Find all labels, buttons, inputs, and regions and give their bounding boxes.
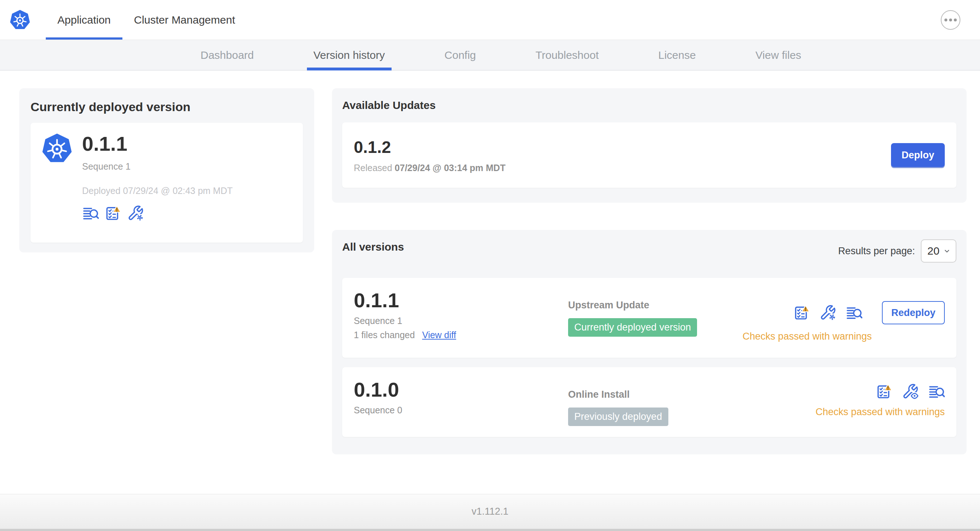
version-row-0-1-0: 0.1.0 Sequence 0 Online Install Previous… xyxy=(342,367,956,437)
all-versions-card: All versions Results per page: 20 xyxy=(332,230,967,455)
current-version-actions xyxy=(82,205,233,221)
current-version-number: 0.1.1 xyxy=(82,134,233,154)
subnav-tabs: Dashboard Version history Config Trouble… xyxy=(194,40,808,70)
config-view-icon[interactable] xyxy=(902,383,919,400)
version-sequence: Sequence 1 xyxy=(354,316,568,326)
source-label: Online Install xyxy=(568,389,815,400)
preflight-checks-warning-icon[interactable] xyxy=(105,205,121,221)
released-label: Released xyxy=(354,163,392,173)
released-date: 07/29/24 @ 03:14 pm MDT xyxy=(395,163,506,173)
redeploy-button[interactable]: Redeploy xyxy=(882,301,945,324)
tab-cluster-management-label: Cluster Management xyxy=(134,14,235,26)
ellipsis-icon xyxy=(944,19,947,21)
preflight-status-text: Checks passed with warnings xyxy=(743,331,872,342)
files-changed-label: 1 files changed xyxy=(354,330,415,340)
tab-config[interactable]: Config xyxy=(438,40,483,70)
version-action-icons: Redeploy xyxy=(793,301,945,324)
files-changed-row: 1 files changed View diff xyxy=(354,330,568,340)
tab-license[interactable]: License xyxy=(652,40,702,70)
config-edit-icon[interactable] xyxy=(127,205,144,221)
topbar-tabs: Application Cluster Management xyxy=(46,0,247,40)
currently-deployed-title: Currently deployed version xyxy=(30,100,303,114)
version-actions: Redeploy Checks passed with warnings xyxy=(743,290,945,342)
tab-view-files[interactable]: View files xyxy=(749,40,808,70)
update-version-number: 0.1.2 xyxy=(354,137,506,157)
results-per-page-value: 20 xyxy=(928,245,939,257)
tab-license-label: License xyxy=(658,49,695,61)
tab-troubleshoot[interactable]: Troubleshoot xyxy=(529,40,605,70)
current-version-sequence: Sequence 1 xyxy=(82,161,233,172)
tab-application-label: Application xyxy=(57,14,111,26)
preflight-checks-warning-icon[interactable] xyxy=(876,383,892,400)
tab-version-history-label: Version history xyxy=(313,49,385,61)
version-number: 0.1.1 xyxy=(354,290,568,310)
available-updates-title: Available Updates xyxy=(342,99,956,111)
view-diff-link[interactable]: View diff xyxy=(422,330,456,340)
version-number: 0.1.0 xyxy=(354,380,568,400)
app-subnav: Dashboard Version history Config Trouble… xyxy=(0,40,980,70)
source-label: Upstream Update xyxy=(568,300,743,311)
available-updates-card: Available Updates 0.1.2 Released 07/29/2… xyxy=(332,88,967,203)
app-window: Application Cluster Management Dashboard… xyxy=(0,0,980,531)
tab-application[interactable]: Application xyxy=(46,0,123,40)
tab-version-history[interactable]: Version history xyxy=(307,40,391,70)
update-released-timestamp: Released 07/29/24 @ 03:14 pm MDT xyxy=(354,163,506,173)
available-update-info: 0.1.2 Released 07/29/24 @ 03:14 pm MDT xyxy=(354,137,506,173)
preflight-checks-warning-icon[interactable] xyxy=(793,304,810,321)
kubernetes-app-icon xyxy=(41,133,73,164)
currently-deployed-inner-card: 0.1.1 Sequence 1 Deployed 07/29/24 @ 02:… xyxy=(30,123,303,243)
logs-icon[interactable] xyxy=(928,383,945,400)
results-per-page-select[interactable]: 20 xyxy=(921,239,956,262)
topbar-right xyxy=(941,0,980,40)
currently-deployed-card: Currently deployed version 0.1.1 Sequenc… xyxy=(19,88,314,253)
ellipsis-menu-button[interactable] xyxy=(941,10,960,30)
tab-dashboard-label: Dashboard xyxy=(200,49,254,61)
topbar: Application Cluster Management xyxy=(0,0,980,40)
version-row-0-1-1: 0.1.1 Sequence 1 1 files changed View di… xyxy=(342,278,956,358)
preflight-status-text: Checks passed with warnings xyxy=(815,406,945,418)
current-version-deployed-timestamp: Deployed 07/29/24 @ 02:43 pm MDT xyxy=(82,186,233,196)
deploy-button[interactable]: Deploy xyxy=(891,143,945,167)
config-edit-icon[interactable] xyxy=(819,304,836,321)
version-info: 0.1.0 Sequence 0 xyxy=(354,380,568,415)
all-versions-title: All versions xyxy=(342,241,404,253)
results-per-page: Results per page: 20 xyxy=(838,239,956,262)
console-version-label: v1.112.1 xyxy=(471,506,509,517)
window-bottom-edge xyxy=(0,529,980,531)
version-actions: Checks passed with warnings xyxy=(815,380,945,418)
chevron-down-icon xyxy=(943,246,951,255)
currently-deployed-badge: Currently deployed version xyxy=(568,318,697,337)
all-versions-header: All versions Results per page: 20 xyxy=(342,241,956,262)
main-content: Currently deployed version 0.1.1 Sequenc… xyxy=(0,70,980,494)
version-source: Online Install Previously deployed xyxy=(568,380,815,426)
version-action-icons xyxy=(876,383,945,400)
available-update-row: 0.1.2 Released 07/29/24 @ 03:14 pm MDT D… xyxy=(342,122,956,188)
right-column: Available Updates 0.1.2 Released 07/29/2… xyxy=(332,88,967,455)
tab-cluster-management[interactable]: Cluster Management xyxy=(123,0,247,40)
currently-deployed-details: 0.1.1 Sequence 1 Deployed 07/29/24 @ 02:… xyxy=(82,133,233,232)
tab-view-files-label: View files xyxy=(756,49,801,61)
tab-dashboard[interactable]: Dashboard xyxy=(194,40,261,70)
footer: v1.112.1 xyxy=(0,494,980,529)
tab-config-label: Config xyxy=(445,49,476,61)
logs-icon[interactable] xyxy=(82,205,99,221)
tab-troubleshoot-label: Troubleshoot xyxy=(535,49,598,61)
version-source: Upstream Update Currently deployed versi… xyxy=(568,290,743,337)
version-sequence: Sequence 0 xyxy=(354,405,568,415)
logs-icon[interactable] xyxy=(846,304,862,321)
version-info: 0.1.1 Sequence 1 1 files changed View di… xyxy=(354,290,568,340)
previously-deployed-badge: Previously deployed xyxy=(568,407,668,426)
results-per-page-label: Results per page: xyxy=(838,245,915,257)
kubernetes-logo-icon xyxy=(10,10,30,30)
